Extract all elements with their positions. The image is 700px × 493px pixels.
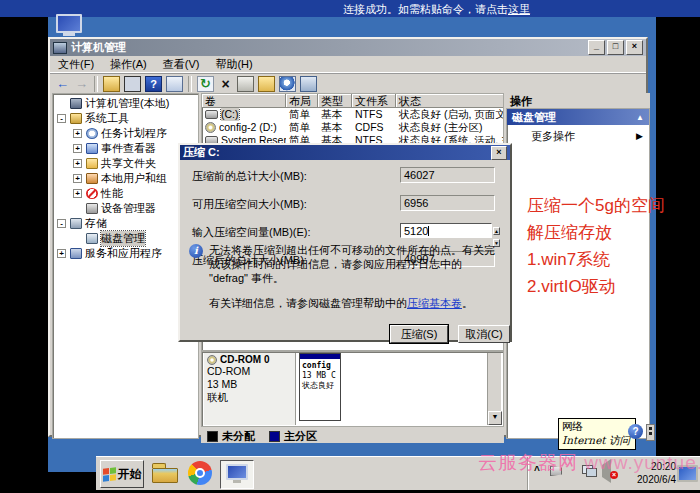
- column-type[interactable]: 类型: [318, 94, 352, 108]
- up-one-level-icon[interactable]: [103, 76, 120, 92]
- tree-label: 设备管理器: [101, 201, 156, 216]
- start-button[interactable]: 开始: [100, 460, 144, 488]
- close-button[interactable]: ×: [626, 40, 643, 55]
- delete-icon[interactable]: [218, 77, 233, 91]
- tree-item-storage[interactable]: - 存储: [53, 216, 198, 231]
- cdrom0-disk-label[interactable]: CD-ROM 0 CD-ROM 13 MB 联机: [204, 353, 296, 425]
- menu-action[interactable]: 操作(A): [102, 57, 155, 72]
- column-status[interactable]: 状态: [396, 94, 504, 108]
- menu-view[interactable]: 查看(V): [155, 57, 208, 72]
- scroll-down-icon[interactable]: ▼: [488, 411, 502, 425]
- shrink-basic-volume-link[interactable]: 压缩基本卷: [407, 297, 462, 309]
- volume-row-c[interactable]: (C:) 简单 基本 NTFS 状态良好 (启动, 页面文件,: [202, 108, 503, 121]
- maximize-button[interactable]: □: [607, 40, 624, 55]
- spinner-up-icon[interactable]: ▲: [493, 227, 500, 235]
- toolbar-separator: [94, 76, 98, 92]
- window-title: 计算机管理: [71, 40, 586, 55]
- volume-row-config2[interactable]: config-2 (D:) 简单 基本 CDFS 状态良好 (主分区): [202, 121, 503, 134]
- local-users-icon: [86, 173, 98, 184]
- expand-expander-icon[interactable]: +: [73, 159, 82, 168]
- expand-expander-icon[interactable]: +: [73, 189, 82, 198]
- available-shrink-value: 6956: [400, 195, 495, 211]
- show-action-pane-icon[interactable]: [166, 76, 183, 92]
- minimize-button[interactable]: _: [588, 40, 605, 55]
- volume-fs: CDFS: [352, 121, 396, 134]
- properties-icon[interactable]: [237, 76, 254, 92]
- shrink-button[interactable]: 压缩(S): [390, 325, 448, 343]
- annotation-line: 压缩一个5g的空间: [527, 192, 665, 219]
- tree-item-services-applications[interactable]: + 服务和应用程序: [53, 246, 198, 261]
- tree-item-computer-management[interactable]: 计算机管理(本地): [53, 96, 198, 111]
- collapse-expander-icon[interactable]: -: [57, 114, 66, 123]
- mini-scroll-widget[interactable]: [646, 424, 655, 441]
- expand-expander-icon[interactable]: +: [57, 249, 66, 258]
- tree-item-disk-management[interactable]: 磁盘管理: [53, 231, 198, 246]
- watermark: 云服务器网 www.yuntue.com: [478, 450, 700, 476]
- actions-header: 操作: [506, 93, 650, 109]
- tree-label: 本地用户和组: [101, 171, 167, 186]
- config-volume-box[interactable]: config 13 MB C 状态良好: [299, 353, 341, 421]
- tree-item-event-viewer[interactable]: + 事件查看器: [53, 141, 198, 156]
- window-titlebar[interactable]: 计算机管理 _ □ ×: [50, 39, 646, 56]
- toolbar: [50, 72, 646, 94]
- column-layout[interactable]: 布局: [286, 94, 318, 108]
- tree-label: 共享文件夹: [101, 156, 156, 171]
- help-icon[interactable]: [145, 76, 162, 92]
- expand-expander-icon[interactable]: +: [73, 144, 82, 153]
- collapse-icon[interactable]: ▲: [636, 113, 644, 122]
- shrink-amount-input[interactable]: 5120: [400, 223, 492, 238]
- volume-layout: 简单: [286, 121, 318, 134]
- more-actions-label: 更多操作: [531, 129, 575, 144]
- open-icon[interactable]: [258, 76, 275, 92]
- volume-type: 基本: [318, 108, 352, 121]
- column-volume[interactable]: 卷: [202, 94, 286, 108]
- tree-label: 计算机管理(本地): [85, 96, 169, 111]
- forward-icon[interactable]: [74, 77, 89, 91]
- computer-management-task-button[interactable]: [220, 460, 254, 489]
- expand-expander-icon[interactable]: +: [73, 129, 82, 138]
- tree-item-device-manager[interactable]: 设备管理器: [53, 201, 198, 216]
- chrome-icon[interactable]: [188, 461, 212, 485]
- back-icon[interactable]: [55, 77, 70, 91]
- collapse-expander-icon[interactable]: -: [57, 219, 66, 228]
- shrink-amount-stepper[interactable]: ▲ ▼: [493, 223, 505, 239]
- dialog-close-icon[interactable]: ×: [491, 146, 507, 160]
- disk-view-scrollbar[interactable]: ▼: [487, 353, 501, 425]
- help-bubble-icon[interactable]: ?: [628, 424, 643, 439]
- dialog-titlebar[interactable]: 压缩 C: ×: [180, 145, 510, 160]
- desktop-computer-icon[interactable]: [56, 14, 82, 36]
- export-list-icon[interactable]: [300, 76, 317, 92]
- cancel-button[interactable]: 取消(C): [458, 325, 510, 343]
- more-actions-item[interactable]: 更多操作 ▶: [507, 125, 649, 147]
- tree-item-local-users[interactable]: + 本地用户和组: [53, 171, 198, 186]
- disk-type: CD-ROM: [207, 365, 292, 378]
- shrink-amount-label: 输入压缩空间量(MB)(E):: [192, 225, 311, 240]
- find-icon[interactable]: [279, 76, 296, 92]
- paste-command-link[interactable]: 这里: [508, 3, 530, 15]
- shrink-amount-text: 5120: [404, 225, 428, 237]
- menu-help[interactable]: 帮助(H): [207, 57, 260, 72]
- tree-item-shared-folders[interactable]: + 共享文件夹: [53, 156, 198, 171]
- primary-partition-swatch: [269, 431, 280, 442]
- tree-label-selected: 磁盘管理: [101, 231, 145, 246]
- tree-item-task-scheduler[interactable]: + 任务计划程序: [53, 126, 198, 141]
- explorer-icon[interactable]: [152, 463, 178, 483]
- annotation-line: 解压缩存放: [527, 219, 665, 246]
- volume-layout: 简单: [286, 108, 318, 121]
- disk-graphical-view: CD-ROM 0 CD-ROM 13 MB 联机 config 13 MB C …: [201, 351, 504, 427]
- column-fs[interactable]: 文件系统: [352, 94, 396, 108]
- section-title: 磁盘管理: [512, 110, 556, 125]
- tree-item-performance[interactable]: + 性能: [53, 186, 198, 201]
- disk-management-section-bar[interactable]: 磁盘管理 ▲: [507, 109, 649, 125]
- refresh-icon[interactable]: [197, 76, 214, 92]
- disk-name: CD-ROM 0: [220, 354, 269, 365]
- tree-item-system-tools[interactable]: - 系统工具: [53, 111, 198, 126]
- menu-file[interactable]: 文件(F): [50, 57, 102, 72]
- connection-message-text: 连接成功。如需粘贴命令，请点击: [343, 3, 508, 15]
- volume-box-status: 状态良好: [300, 381, 340, 391]
- show-console-tree-icon[interactable]: [124, 76, 141, 92]
- total-before-value: 46027: [400, 167, 495, 183]
- disk-size: 13 MB: [207, 378, 292, 391]
- red-annotation: 压缩一个5g的空间 解压缩存放 1.win7系统 2.virtIO驱动: [527, 192, 665, 300]
- expand-expander-icon[interactable]: +: [73, 174, 82, 183]
